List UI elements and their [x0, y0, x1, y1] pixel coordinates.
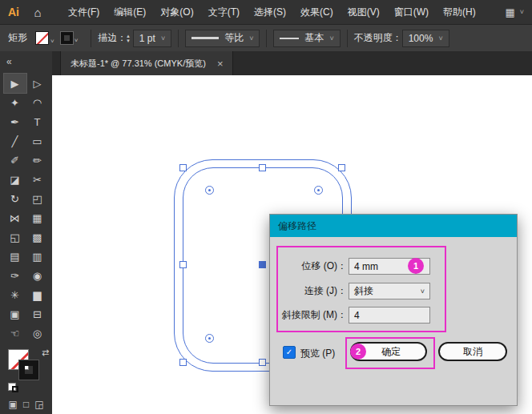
opacity-select[interactable]: 100% ˅	[402, 30, 449, 47]
paintbrush-tool[interactable]: ✐	[4, 151, 26, 170]
type-tool[interactable]: T	[26, 112, 49, 131]
selection-tool[interactable]: ▶	[4, 74, 26, 93]
brush-definition-select[interactable]: 基本 ˅	[273, 30, 340, 47]
selection-handle[interactable]	[259, 164, 266, 171]
divider	[178, 30, 179, 47]
step-2-badge: 2	[350, 344, 366, 360]
swap-fill-stroke-icon[interactable]: ⇄	[42, 348, 49, 358]
menu-item-6[interactable]: 效果(C)	[293, 0, 341, 24]
current-tool-label: 矩形	[8, 31, 27, 45]
menu-item-4[interactable]: 文字(T)	[201, 0, 247, 24]
miter-limit-label: 斜接限制 (M)：	[280, 307, 347, 324]
pencil-tool[interactable]: ✏	[26, 151, 49, 170]
mesh-tool[interactable]: ▤	[4, 247, 26, 266]
cancel-button[interactable]: 取消	[438, 342, 507, 361]
join-select[interactable]: 斜接 ˅	[349, 283, 430, 299]
stroke-color-swatch[interactable]	[61, 32, 73, 44]
menu-item-9[interactable]: 帮助(H)	[436, 0, 483, 24]
selection-handle[interactable]	[179, 359, 187, 366]
perspective-grid-tool[interactable]: ▩	[26, 227, 49, 247]
direct-selection-tool-icon: ▷	[34, 78, 42, 90]
corner-radius-widget[interactable]	[205, 186, 214, 195]
document-tab-bar: 未标题-1* @ 77.31% (CMYK/预览) ×	[52, 51, 532, 75]
chevron-down-icon[interactable]: ˅	[75, 37, 79, 44]
corner-radius-widget[interactable]	[205, 334, 214, 343]
draw-normal-mode-button[interactable]: ▣	[9, 399, 18, 410]
rectangle-tool[interactable]: ▭	[26, 131, 49, 151]
chevron-down-icon: ˅	[329, 34, 333, 42]
divider	[91, 30, 91, 47]
chevron-down-icon[interactable]: ˅	[520, 8, 524, 16]
eraser-tool[interactable]: ◪	[4, 170, 26, 189]
direct-selection-tool[interactable]: ▷	[26, 74, 49, 93]
blend-tool-icon: ◉	[33, 270, 42, 282]
hand-tool[interactable]: ☜	[4, 324, 26, 343]
scale-tool-icon: ◰	[32, 193, 42, 205]
width-profile-select[interactable]: 等比 ˅	[185, 30, 260, 47]
line-segment-tool[interactable]: ╱	[4, 131, 26, 151]
artboard-tool-icon: ▣	[10, 308, 19, 320]
lasso-tool[interactable]: ◠	[26, 93, 49, 112]
slice-tool[interactable]: ⊟	[26, 304, 49, 324]
stroke-weight-select[interactable]: 1 pt ˅	[133, 30, 171, 47]
artboard-tool[interactable]: ▣	[4, 304, 26, 324]
corner-radius-widget[interactable]	[314, 186, 323, 195]
rectangle-tool-icon: ▭	[32, 135, 42, 147]
rotate-tool[interactable]: ↻	[4, 189, 26, 208]
preview-label: 预览 (P)	[300, 347, 335, 360]
stroke-profile-preview	[191, 37, 219, 39]
dialog-title-bar[interactable]: 偏移路径	[270, 215, 517, 237]
collapse-panel-icon[interactable]: «	[6, 56, 12, 67]
zoom-tool[interactable]: ◎	[26, 324, 49, 343]
close-icon[interactable]: ×	[217, 58, 224, 70]
symbol-sprayer-tool[interactable]: ✳	[4, 285, 26, 304]
divider	[347, 30, 348, 47]
menu-item-5[interactable]: 选择(S)	[247, 0, 293, 24]
menu-item-1[interactable]: 文件(F)	[61, 0, 107, 24]
scissors-tool[interactable]: ✂	[26, 170, 49, 189]
scale-tool[interactable]: ◰	[26, 189, 49, 208]
stroke-swatch[interactable]	[19, 360, 38, 380]
chevron-down-icon: ˅	[438, 34, 442, 42]
menu-item-3[interactable]: 对象(O)	[153, 0, 200, 24]
menu-item-2[interactable]: 编辑(E)	[107, 0, 153, 24]
selection-handle[interactable]	[338, 164, 345, 171]
menu-item-7[interactable]: 视图(V)	[341, 0, 387, 24]
selection-center-point[interactable]	[259, 261, 266, 268]
eyedropper-tool[interactable]: ✑	[4, 266, 26, 285]
brush-definition-value: 基本	[304, 31, 324, 45]
width-tool[interactable]: ⋈	[4, 208, 26, 227]
blend-tool[interactable]: ◉	[26, 266, 49, 285]
join-label: 连接 (J)：	[280, 283, 347, 299]
selection-handle[interactable]	[259, 359, 266, 366]
workspace-switcher-icon[interactable]: ▦	[505, 6, 514, 18]
miter-limit-input[interactable]	[349, 307, 430, 324]
preview-checkbox[interactable]: ✓	[283, 346, 296, 359]
magic-wand-tool[interactable]: ✦	[4, 93, 26, 112]
chevron-down-icon[interactable]: ˅	[50, 38, 54, 45]
menu-item-8[interactable]: 窗口(W)	[387, 0, 436, 24]
offset-label: 位移 (O)：	[280, 258, 347, 275]
draw-behind-mode-button[interactable]: □	[23, 399, 29, 410]
free-transform-tool[interactable]: ▦	[26, 208, 49, 227]
default-stroke-mini-icon[interactable]	[12, 386, 18, 392]
line-segment-tool-icon: ╱	[12, 135, 18, 147]
document-tab[interactable]: 未标题-1* @ 77.31% (CMYK/预览) ×	[60, 51, 233, 75]
stroke-weight-stepper[interactable]: ▴ ▾	[127, 34, 130, 43]
fill-none-swatch[interactable]	[35, 31, 49, 45]
miter-limit-input-value[interactable]	[354, 310, 425, 321]
shape-builder-tool[interactable]: ◱	[4, 227, 26, 247]
gradient-tool[interactable]: ▥	[26, 247, 49, 266]
selection-handle[interactable]	[179, 164, 187, 171]
lasso-tool-icon: ◠	[33, 97, 42, 109]
stepper-down-icon[interactable]: ▾	[127, 38, 130, 43]
pen-tool[interactable]: ✒	[4, 112, 26, 131]
selection-handle[interactable]	[179, 261, 187, 268]
column-graph-tool[interactable]: ▆	[26, 285, 49, 304]
home-icon[interactable]: ⌂	[27, 6, 48, 19]
magic-wand-tool-icon: ✦	[10, 97, 19, 109]
shape-builder-tool-icon: ◱	[10, 231, 19, 243]
column-graph-tool-icon: ▆	[34, 289, 42, 301]
draw-inside-mode-button[interactable]: ◲	[34, 399, 43, 410]
rotate-tool-icon: ↻	[10, 193, 19, 205]
